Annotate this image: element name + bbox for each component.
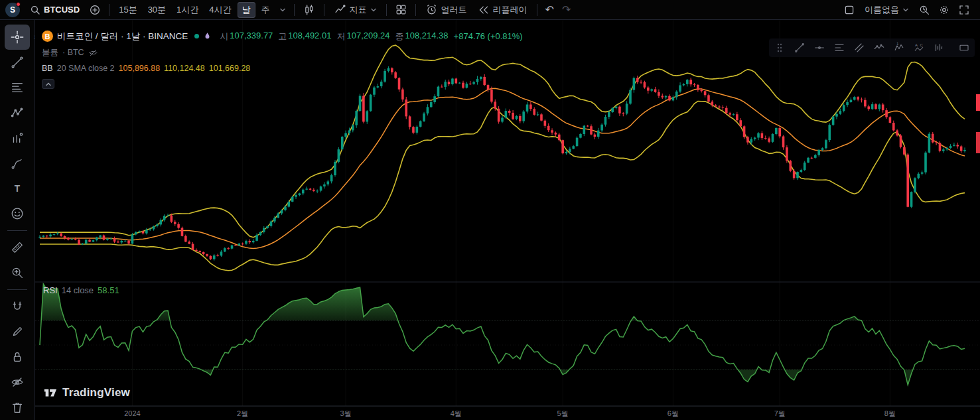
- toolbar-separator: [386, 4, 387, 16]
- user-avatar[interactable]: S: [5, 3, 20, 17]
- tool-text[interactable]: T: [5, 176, 30, 201]
- chart-legend: B 비트코인 / 달러 · 1날 · BINANCE 시107,339.77 고…: [42, 28, 523, 89]
- indicators-label: 지표: [350, 4, 367, 16]
- tool-emoji[interactable]: [5, 201, 30, 226]
- bb-row[interactable]: BB 20 SMA close 2 105,896.88 110,124.48 …: [42, 60, 523, 76]
- replay-button[interactable]: 리플레이: [473, 2, 532, 18]
- bb-basis-value: 105,896.88: [119, 64, 161, 73]
- layout-square-icon: [843, 4, 855, 16]
- timeframe-4h[interactable]: 4시간: [204, 2, 236, 18]
- tool-brush[interactable]: [5, 151, 30, 176]
- time-axis-label: 6월: [667, 409, 679, 417]
- emoji-icon: [10, 206, 25, 221]
- time-axis-label: 5월: [557, 409, 569, 417]
- save-layout-button[interactable]: [840, 2, 859, 18]
- undo-icon: ↶: [545, 5, 554, 15]
- sidebar-separator: [7, 230, 27, 231]
- replay-label: 리플레이: [493, 4, 527, 16]
- forecast-icon: [10, 131, 25, 145]
- tool-forecast[interactable]: [5, 125, 30, 151]
- quick-search-icon: [918, 4, 930, 16]
- toolbar-separator: [537, 4, 537, 16]
- fib-retracement-icon: [833, 42, 845, 54]
- bitcoin-icon: B: [42, 31, 53, 42]
- fav-horizontal-line[interactable]: [811, 40, 828, 56]
- tool-lock-all[interactable]: [5, 344, 30, 370]
- magnet-icon: [10, 299, 25, 314]
- symbol-row[interactable]: B 비트코인 / 달러 · 1날 · BINANCE 시107,339.77 고…: [42, 28, 523, 44]
- timeframe-menu-button[interactable]: [276, 5, 289, 15]
- timeframe-15m[interactable]: 15분: [114, 2, 141, 18]
- tool-remove-all[interactable]: [5, 395, 30, 420]
- timeframe-1h[interactable]: 1시간: [172, 2, 203, 18]
- fav-trend-line[interactable]: [791, 40, 808, 56]
- timeframe-1d[interactable]: 날: [238, 2, 255, 18]
- rectangle-icon: [958, 42, 970, 54]
- time-axis-label: 7월: [774, 409, 786, 417]
- symbol-title: 비트코인 / 달러 · 1날 · BINANCE: [57, 31, 188, 42]
- high-value: 108,492.01: [288, 31, 331, 42]
- fav-wave-pattern[interactable]: [871, 40, 888, 56]
- settings-button[interactable]: [935, 2, 953, 18]
- market-status-dot[interactable]: [194, 34, 199, 38]
- high-label: 고: [278, 31, 287, 42]
- tool-crosshair[interactable]: ›: [5, 25, 30, 50]
- chart-style-button[interactable]: [299, 1, 319, 19]
- fav-rectangle[interactable]: [955, 40, 973, 56]
- compare-add-button[interactable]: [86, 2, 104, 18]
- xabcd-pattern-icon: [10, 105, 25, 120]
- tradingview-app: S BTCUSD 15분 30분 1시간 4시간 날 주 지표: [0, 0, 980, 420]
- time-axis-label: 3월: [340, 409, 352, 417]
- volume-row[interactable]: 볼륨 · BTC: [42, 44, 523, 60]
- svg-text:A: A: [915, 43, 918, 47]
- rsi-levels: [35, 320, 980, 370]
- fullscreen-button[interactable]: [955, 2, 973, 18]
- symbol-search-button[interactable]: BTCUSD: [25, 3, 84, 17]
- undo-button[interactable]: ↶: [542, 3, 557, 17]
- tool-drawing-mode[interactable]: [5, 319, 30, 344]
- tool-fib-retracement[interactable]: [5, 75, 30, 100]
- trend-line-icon: [10, 55, 25, 70]
- collapse-legend-button[interactable]: [42, 79, 54, 89]
- ruler-icon: [10, 240, 25, 255]
- horizontal-line-icon: [813, 42, 825, 54]
- fav-elliott-wave[interactable]: 1: [890, 40, 908, 56]
- timeframe-30m[interactable]: 30분: [143, 2, 171, 18]
- eye-off-icon: [10, 375, 25, 389]
- plus-circle-icon: [89, 4, 101, 16]
- search-icon: [30, 5, 40, 15]
- indicators-button[interactable]: 지표: [329, 1, 382, 18]
- toolbar-separator: [294, 4, 295, 16]
- layout-grid-button[interactable]: [391, 1, 411, 18]
- fav-bars-pattern[interactable]: [930, 40, 947, 56]
- rsi-legend[interactable]: RSI 14 close 58.51: [43, 285, 119, 295]
- chart-area[interactable]: 20242월3월4월5월6월7월8월 B 비트코인 / 달러 · 1날 · BI…: [35, 20, 980, 420]
- time-axis-label: 8월: [884, 409, 896, 417]
- alert-button[interactable]: 얼러트: [421, 1, 472, 18]
- boost-icon[interactable]: [203, 31, 212, 41]
- tradingview-logo-text: TradingView: [62, 386, 130, 399]
- gear-icon: [938, 4, 950, 16]
- eye-off-icon[interactable]: [88, 48, 98, 58]
- rsi-params: 14 close: [62, 285, 94, 295]
- fav-parallel-channel[interactable]: [851, 40, 868, 56]
- indicators-icon: [334, 3, 346, 16]
- layout-name-button[interactable]: 이름없음: [860, 2, 914, 18]
- tool-pattern[interactable]: [5, 100, 30, 125]
- fav-fib-retracement[interactable]: [831, 40, 848, 56]
- redo-button[interactable]: ↷: [559, 3, 574, 17]
- fav-xabcd-pattern[interactable]: AC: [910, 40, 928, 56]
- chevron-down-icon: [902, 7, 909, 13]
- tool-trend-line[interactable]: [5, 50, 30, 75]
- tool-ruler[interactable]: [5, 235, 30, 260]
- timeframe-1w[interactable]: 주: [257, 2, 275, 18]
- zoom-in-icon: [10, 265, 25, 280]
- tool-hide-all[interactable]: [5, 370, 30, 395]
- favorites-drag-handle[interactable]: [771, 40, 788, 56]
- quick-search-button[interactable]: [915, 2, 934, 18]
- tool-zoom[interactable]: [5, 260, 30, 285]
- chevron-down-icon: [279, 7, 286, 13]
- low-value: 107,209.24: [346, 31, 389, 42]
- tool-magnet[interactable]: [5, 294, 30, 319]
- rsi-value: 58.51: [98, 285, 119, 295]
